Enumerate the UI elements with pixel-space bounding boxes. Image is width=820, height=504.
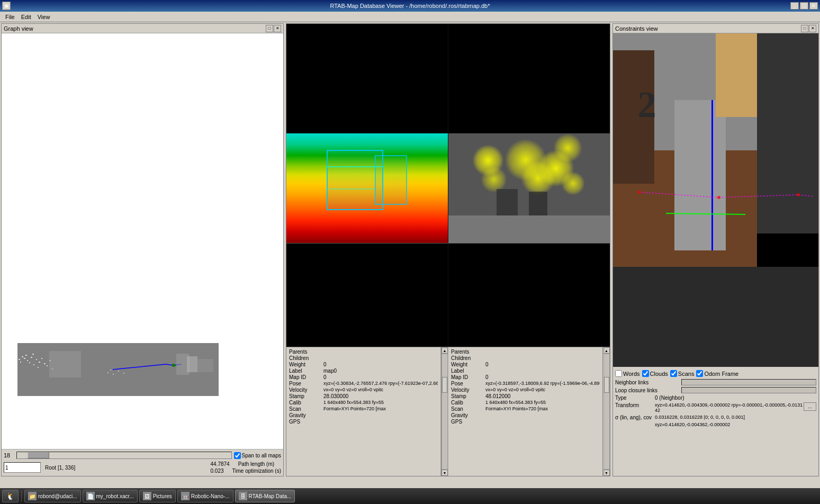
- constraints-view-panel: Constraints view □ ✕ 2: [612, 23, 819, 476]
- type-row: Type 0 (Neighbor): [615, 395, 816, 401]
- words-label: Words: [623, 371, 640, 377]
- svg-rect-13: [38, 367, 39, 368]
- constraints-maximize[interactable]: □: [801, 25, 808, 32]
- svg-rect-15: [44, 363, 46, 364]
- constraint-lines-svg: [613, 33, 818, 367]
- sigma-row: σ (lin, ang), cov 0.0316228, 0.0316228 |…: [615, 415, 816, 420]
- constraints-3d-view[interactable]: 2: [613, 33, 818, 367]
- transform-value: xyz=0.414620,-0.004309,-0.000002 rpy=-0.…: [655, 402, 804, 413]
- menu-bar: File Edit View: [0, 12, 820, 22]
- taskbar-item-pictures[interactable]: 🖼 Pictures: [139, 490, 176, 502]
- scroll-up-left[interactable]: ▲: [441, 347, 448, 354]
- constraints-view-buttons: □ ✕: [801, 25, 816, 32]
- constraints-title-bar: Constraints view □ ✕: [613, 24, 818, 33]
- scroll-down-left[interactable]: ▼: [441, 470, 448, 476]
- graph-canvas[interactable]: [2, 33, 283, 449]
- node-number-input[interactable]: 1: [4, 462, 41, 473]
- scroll-down-right[interactable]: ▼: [603, 470, 610, 476]
- scrollbar-left-panel[interactable]: ▲ ▼: [441, 347, 448, 476]
- minimize-button[interactable]: _: [790, 2, 799, 10]
- svg-rect-25: [110, 370, 111, 371]
- title-bar: ▣ RTAB-Map Database Viewer - /home/robon…: [0, 0, 820, 12]
- xyz-row: xyz=0.414620,-0.004362,-0.000002: [615, 422, 816, 427]
- transform-row: Transform xyz=0.414620,-0.004309,-0.0000…: [615, 402, 816, 413]
- close-button[interactable]: ✕: [809, 2, 818, 10]
- constraints-controls: Words Clouds Scans Odom Frame Neighbor: [613, 367, 818, 432]
- constraints-close[interactable]: ✕: [809, 25, 816, 32]
- maximize-button[interactable]: □: [800, 2, 808, 10]
- sigma-value: 0.0316228, 0.0316228 |0; 0, 0, 0, 0, 0.0…: [655, 415, 816, 420]
- window-title: RTAB-Map Database Viewer - /home/robond/…: [330, 3, 490, 9]
- scroll-track-right[interactable]: [603, 354, 610, 470]
- svg-rect-3: [20, 362, 21, 363]
- image-grid: [286, 24, 610, 244]
- bottom-black-area: [286, 244, 610, 347]
- svg-rect-10: [32, 354, 34, 355]
- taskbar-item-robotic[interactable]: 🤖 Robotic-Nano-...: [177, 490, 233, 502]
- taskbar-item-robot[interactable]: 📄 my_robot.xacr...: [83, 490, 138, 502]
- svg-rect-5: [27, 360, 28, 361]
- span-maps-checkbox[interactable]: [234, 452, 241, 459]
- root-label: Root [1, 336]: [45, 465, 75, 471]
- scroll-track-left[interactable]: [441, 354, 448, 470]
- black-cell-left: [286, 244, 448, 347]
- graph-view-maximize[interactable]: □: [266, 25, 273, 32]
- menu-edit[interactable]: Edit: [18, 13, 34, 21]
- svg-rect-7: [29, 362, 30, 363]
- svg-rect-16: [47, 365, 48, 366]
- sys-icon[interactable]: ▣: [2, 2, 11, 10]
- info-panels: Parents Children Weight 0 Label map0 Map…: [286, 347, 610, 476]
- graph-visualization: [17, 343, 219, 396]
- taskbar-start[interactable]: 🐧: [2, 490, 19, 502]
- svg-line-29: [639, 192, 719, 197]
- svg-rect-8: [31, 357, 32, 358]
- main-area: Graph view □ ✕: [0, 22, 820, 478]
- time-opt-value: 0.023: [211, 468, 224, 474]
- scroll-up-right[interactable]: ▲: [603, 347, 610, 354]
- svg-rect-9: [33, 364, 34, 365]
- center-panel: Parents Children Weight 0 Label map0 Map…: [286, 23, 610, 476]
- type-value: 0 (Neighbor): [655, 395, 684, 401]
- h-scrollbar[interactable]: [16, 452, 232, 459]
- depth-image-cell: [286, 133, 448, 243]
- scrollbar-right-panel[interactable]: ▲ ▼: [602, 347, 610, 476]
- neighbor-links-label: Neighbor links: [615, 380, 681, 385]
- words-checkbox[interactable]: [615, 370, 622, 377]
- clouds-checkbox-item: Clouds: [642, 370, 668, 377]
- scans-checkbox[interactable]: [670, 370, 677, 377]
- transform-label: Transform: [615, 402, 655, 408]
- graph-view-close[interactable]: ✕: [274, 25, 281, 32]
- info-panel-left: Parents Children Weight 0 Label map0 Map…: [286, 347, 441, 476]
- neighbor-links-row: Neighbor links: [615, 379, 816, 385]
- taskbar-item-rtabmap[interactable]: 🗄 RTAB-Map Data...: [235, 490, 295, 502]
- info-panel-right: Parents Children Weight 0 Label Map ID: [448, 347, 602, 476]
- taskbar-item-files[interactable]: 📁 robond@udaci...: [24, 490, 81, 502]
- checkbox-row: Words Clouds Scans Odom Frame: [615, 370, 816, 377]
- clouds-checkbox[interactable]: [642, 370, 649, 377]
- svg-point-34: [717, 196, 720, 199]
- path-length-value: 44.7874: [211, 461, 230, 467]
- odom-frame-checkbox-item: Odom Frame: [696, 370, 738, 377]
- loop-closure-slider[interactable]: [681, 387, 816, 393]
- menu-file[interactable]: File: [2, 13, 18, 21]
- path-length-label: Path length (m): [238, 461, 274, 467]
- menu-view[interactable]: View: [34, 13, 53, 21]
- svg-rect-22: [187, 356, 197, 372]
- neighbor-links-slider[interactable]: [681, 379, 816, 385]
- svg-rect-23: [197, 359, 213, 372]
- graph-controls: 18 Span to all maps 1 Root [1, 336] 44.7…: [2, 449, 283, 476]
- odom-frame-checkbox[interactable]: [696, 370, 703, 377]
- svg-rect-26: [113, 374, 114, 375]
- loop-closure-row: Loop closure links: [615, 387, 816, 393]
- rgb-image-cell: [286, 24, 448, 133]
- sigma-label: σ (lin, ang), cov: [615, 415, 655, 420]
- svg-line-31: [798, 195, 814, 196]
- constraints-view-label: Constraints view: [615, 25, 658, 32]
- transform-edit-button[interactable]: ...: [804, 402, 816, 411]
- svg-rect-12: [39, 362, 40, 363]
- svg-rect-1: [19, 359, 20, 360]
- svg-rect-11: [36, 359, 37, 360]
- graph-view-title-bar: Graph view □ ✕: [2, 24, 283, 33]
- constraints-scene: 2: [613, 33, 818, 367]
- time-opt-label: Time optimization (s): [232, 468, 281, 474]
